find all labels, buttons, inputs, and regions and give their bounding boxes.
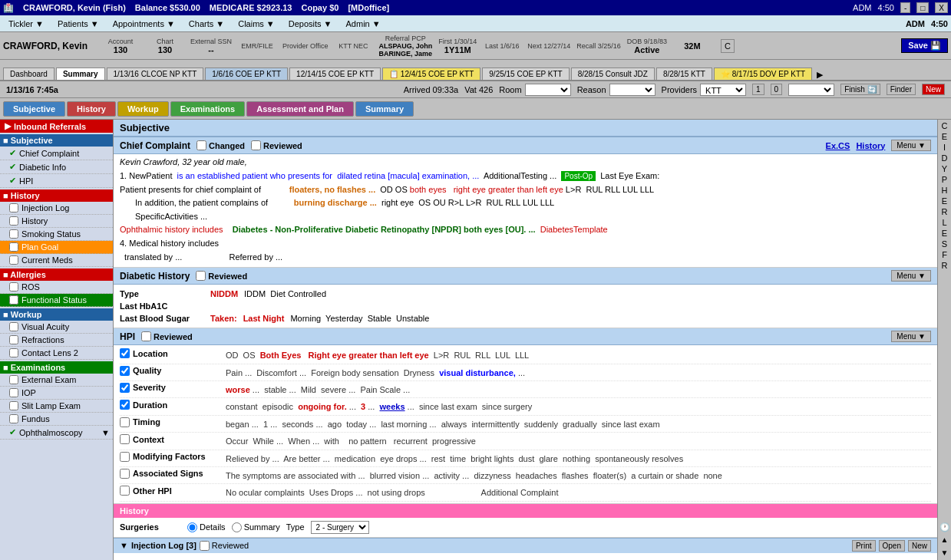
- room-select[interactable]: [525, 84, 571, 96]
- diabetic-reviewed-checkbox[interactable]: [196, 271, 206, 281]
- sidebar-section-history[interactable]: ■ History: [0, 189, 113, 202]
- inbound-referrals[interactable]: ▶ Inbound Referrals: [0, 120, 113, 133]
- nav-tab-summary[interactable]: Summary: [355, 101, 414, 117]
- sidebar-item-ros[interactable]: ROS: [0, 281, 113, 294]
- chief-menu-button[interactable]: Menu ▼: [891, 140, 931, 151]
- diabetic-menu-button[interactable]: Menu ▼: [891, 270, 931, 282]
- right-letter-p[interactable]: P: [942, 175, 947, 184]
- new-button[interactable]: New: [922, 84, 945, 95]
- sidebar-item-current-meds[interactable]: Current Meds: [0, 254, 113, 267]
- ros-checkbox[interactable]: [9, 282, 18, 292]
- tab-9-25[interactable]: 9/25/15 COE EP KTT: [482, 68, 569, 80]
- changed-label[interactable]: Changed: [196, 140, 245, 150]
- details-radio[interactable]: [187, 522, 197, 532]
- finder-button[interactable]: Finder: [887, 84, 916, 95]
- extra-select[interactable]: [788, 84, 834, 96]
- right-letter-i[interactable]: I: [943, 143, 946, 152]
- inj-print-button[interactable]: Print: [852, 540, 876, 552]
- timing-checkbox[interactable]: [120, 417, 130, 427]
- right-letter-e1[interactable]: E: [942, 132, 947, 141]
- right-letter-l[interactable]: L: [942, 218, 946, 227]
- smoking-checkbox[interactable]: [9, 229, 18, 239]
- history-link[interactable]: History: [856, 141, 885, 150]
- right-letter-f[interactable]: F: [942, 250, 947, 259]
- duration-checkbox[interactable]: [120, 400, 130, 410]
- injection-log-checkbox[interactable]: [9, 203, 18, 212]
- surgery-type-select[interactable]: 2 - Surgery: [311, 521, 369, 534]
- tab-8-17[interactable]: ⭐ 8/17/15 DOV EP KTT: [714, 68, 812, 80]
- tab-dashboard[interactable]: Dashboard: [3, 68, 54, 80]
- sidebar-item-chief-complaint[interactable]: ✔ Chief Complaint: [0, 147, 113, 160]
- severity-checkbox[interactable]: [120, 383, 130, 393]
- maximize-button[interactable]: □: [916, 2, 929, 13]
- inj-reviewed-checkbox[interactable]: [200, 541, 210, 551]
- sidebar-section-examinations[interactable]: ■ Examinations: [0, 361, 113, 374]
- menu-admin[interactable]: Admin ▼: [341, 17, 386, 31]
- menu-appointments[interactable]: Appointments ▼: [107, 17, 180, 31]
- changed-checkbox[interactable]: [196, 140, 206, 150]
- associated-checkbox[interactable]: [120, 469, 130, 479]
- save-button[interactable]: Save 💾: [901, 38, 948, 53]
- right-letter-h[interactable]: H: [942, 186, 948, 195]
- minimize-button[interactable]: -: [900, 2, 910, 13]
- hpi-menu-button[interactable]: Menu ▼: [891, 331, 931, 342]
- right-letter-r2[interactable]: R: [942, 261, 948, 270]
- history-checkbox[interactable]: [9, 216, 18, 226]
- summary-radio[interactable]: [232, 522, 242, 532]
- nav-tab-workup[interactable]: Workup: [117, 101, 169, 117]
- tab-summary[interactable]: Summary: [56, 68, 105, 80]
- iop-checkbox[interactable]: [9, 388, 18, 397]
- right-letter-d[interactable]: D: [942, 153, 948, 163]
- nav-tab-examinations[interactable]: Examinations: [170, 101, 246, 117]
- tab-12-14[interactable]: 12/14/15 COE EP KTT: [289, 68, 381, 80]
- inj-new-button[interactable]: New: [908, 540, 931, 552]
- contact-lens-checkbox[interactable]: [9, 348, 18, 357]
- inj-reviewed-label[interactable]: Reviewed: [200, 541, 249, 551]
- sidebar-item-iop[interactable]: IOP: [0, 387, 113, 400]
- reviewed-checkbox[interactable]: [251, 140, 261, 150]
- inj-open-button[interactable]: Open: [879, 540, 905, 552]
- sidebar-section-allergies[interactable]: ■ Allergies: [0, 268, 113, 281]
- functional-checkbox[interactable]: [9, 295, 18, 305]
- right-letter-e2[interactable]: E: [942, 196, 947, 206]
- fundus-checkbox[interactable]: [9, 414, 18, 423]
- sidebar-section-subjective[interactable]: ■ Subjective: [0, 134, 113, 147]
- refresh-button[interactable]: C: [721, 39, 735, 53]
- visual-acuity-checkbox[interactable]: [9, 322, 18, 331]
- modifying-checkbox[interactable]: [120, 452, 130, 462]
- menu-tickler[interactable]: Tickler ▼: [3, 17, 49, 31]
- tab-1-6[interactable]: 1/6/16 COE EP KTT: [205, 68, 288, 80]
- quality-checkbox[interactable]: [120, 366, 130, 376]
- sidebar-item-functional[interactable]: Functional Status: [0, 294, 113, 307]
- post-op-button[interactable]: Post-Op: [561, 171, 596, 181]
- sidebar-item-smoking[interactable]: Smoking Status: [0, 228, 113, 241]
- sidebar-item-visual-acuity[interactable]: Visual Acuity: [0, 321, 113, 334]
- right-letter-y[interactable]: Y: [942, 164, 947, 173]
- sidebar-item-plan-goal[interactable]: Plan Goal: [0, 241, 113, 254]
- sidebar-section-workup[interactable]: ■ Workup: [0, 308, 113, 321]
- context-checkbox[interactable]: [120, 434, 130, 444]
- scroll-down-arrow[interactable]: ▼: [939, 547, 950, 558]
- sidebar-item-history[interactable]: History: [0, 215, 113, 228]
- plan-goal-checkbox[interactable]: [9, 242, 18, 252]
- sidebar-item-refractions[interactable]: Refractions: [0, 334, 113, 347]
- current-meds-checkbox[interactable]: [9, 255, 18, 265]
- hpi-reviewed-label[interactable]: Reviewed: [141, 331, 193, 341]
- scroll-up-arrow[interactable]: ▲: [939, 534, 950, 545]
- details-radio-label[interactable]: Details: [187, 522, 226, 532]
- sidebar-item-hpi[interactable]: ✔ HPI: [0, 174, 113, 188]
- tabs-more-arrow[interactable]: ▶: [817, 70, 823, 80]
- sidebar-item-diabetic-info[interactable]: ✔ Diabetic Info: [0, 160, 113, 174]
- menu-claims[interactable]: Claims ▼: [233, 17, 280, 31]
- close-button[interactable]: X: [935, 2, 948, 13]
- menu-deposits[interactable]: Deposits ▼: [283, 17, 338, 31]
- tab-12-4[interactable]: 📋 12/4/15 COE EP KTT: [382, 68, 480, 80]
- reviewed-label[interactable]: Reviewed: [251, 140, 302, 150]
- sidebar-item-injection-log[interactable]: Injection Log: [0, 202, 113, 215]
- num-button-1[interactable]: 1: [752, 84, 764, 95]
- hpi-reviewed-checkbox[interactable]: [141, 331, 151, 341]
- tab-8-28[interactable]: 8/28/15 KTT: [656, 68, 712, 80]
- num-button-0[interactable]: 0: [771, 84, 783, 95]
- diabetic-reviewed-label[interactable]: Reviewed: [196, 271, 247, 281]
- summary-radio-label[interactable]: Summary: [232, 522, 280, 532]
